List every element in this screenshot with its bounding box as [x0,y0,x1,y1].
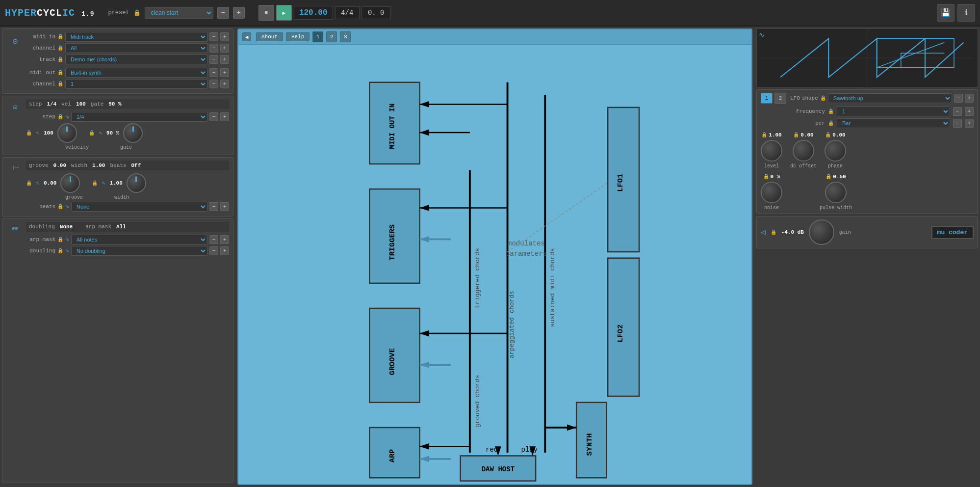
bpm-display[interactable]: 120.00 [294,6,333,20]
phase-knob[interactable] [825,140,846,162]
preset-dropdown[interactable]: clean start [145,7,213,19]
arp-mask-dropdown[interactable]: All notes [71,235,207,244]
pulse-width-lock[interactable]: 🔒 [825,174,831,180]
level-lock[interactable]: 🔒 [761,132,767,138]
lfo-freq-decrement[interactable]: − [953,107,962,116]
stop-button[interactable]: ■ [258,5,274,21]
lfo-per-increment[interactable]: + [965,119,974,128]
lfo-shape-decrement[interactable]: − [954,94,963,103]
midi-in-channel-decrement[interactable]: − [209,44,218,53]
midi-in-decrement[interactable]: − [209,32,218,41]
noise-lock[interactable]: 🔒 [763,174,769,180]
doubling-mod-icon[interactable]: ∿ [65,248,69,254]
vel-lock[interactable]: 🔒 [26,130,32,136]
arp-mask-increment[interactable]: + [220,235,229,244]
doubling-lock[interactable]: 🔒 [57,248,63,254]
midi-in-track-decrement[interactable]: − [209,55,218,64]
preset-increment-button[interactable]: + [233,7,245,19]
step-mod-icon[interactable]: ∿ [65,114,69,120]
midi-out-channel-lock[interactable]: 🔒 [57,81,63,87]
midi-in-increment[interactable]: + [220,32,229,41]
groove-mod-icon[interactable]: ∿ [36,180,40,186]
lfo-tab-1[interactable]: 1 [761,93,773,104]
midi-out-channel-label: channel [26,81,55,87]
info-button[interactable]: ℹ [957,4,975,22]
dc-offset-lock[interactable]: 🔒 [793,132,799,138]
groove-knob[interactable] [60,173,80,193]
midi-in-lock[interactable]: 🔒 [57,34,63,40]
midi-out-increment[interactable]: + [220,68,229,77]
step-row: step 🔒 ∿ 1/4 − + [26,112,229,122]
lfo-knob-row-2: 🔒 0 % noise 🔒 0.50 pulse width [761,174,974,211]
help-button[interactable]: Help [286,32,309,41]
arp-mask-decrement[interactable]: − [209,235,218,244]
doubling-dropdown[interactable]: No doubling [71,246,207,256]
beats-mod-icon[interactable]: ∿ [65,204,69,210]
midi-in-source-dropdown[interactable]: Midi track [65,32,207,42]
gate-knob[interactable] [123,123,143,143]
arp-mask-lock[interactable]: 🔒 [57,237,63,243]
arp-mask-info-value: All [116,224,126,230]
width-mod-icon[interactable]: ∿ [102,180,105,186]
doubling-increment[interactable]: + [220,246,229,255]
vel-mod-icon[interactable]: ∿ [36,130,40,136]
dc-offset-knob[interactable] [793,140,814,162]
svg-text:grooved chords: grooved chords [474,375,481,428]
midi-out-channel-dropdown[interactable]: 1 [65,79,207,89]
play-button[interactable]: ▶ [276,5,292,21]
page3-button[interactable]: 3 [340,31,351,42]
step-value-dropdown[interactable]: 1/4 [71,112,207,122]
noise-knob[interactable] [761,182,782,203]
midi-out-decrement[interactable]: − [209,68,218,77]
arp-mask-mod-icon[interactable]: ∿ [65,237,69,243]
lfo-freq-increment[interactable]: + [965,107,974,116]
lfo-per-dropdown[interactable]: Bar [837,118,950,128]
lfo-per-decrement[interactable]: − [953,119,962,128]
groove-lock[interactable]: 🔒 [26,180,32,186]
midi-in-track-lock[interactable]: 🔒 [57,56,63,62]
step-lock[interactable]: 🔒 [57,114,63,120]
lfo-shape-dropdown[interactable]: Sawtooth up [828,93,952,103]
beats-dropdown[interactable]: None [71,202,207,212]
lfo-shape-lock[interactable]: 🔒 [820,95,826,101]
doubling-decrement[interactable]: − [209,246,218,255]
lfo-tab-2[interactable]: 2 [774,93,786,104]
midi-in-track-increment[interactable]: + [220,55,229,64]
beats-increment[interactable]: + [220,202,229,211]
lfo-shape-increment[interactable]: + [965,94,974,103]
pulse-width-knob[interactable] [825,182,847,203]
midi-in-track-dropdown[interactable]: Demo me! (chords) [65,54,207,64]
lfo-per-lock[interactable]: 🔒 [828,120,834,126]
phase-lock[interactable]: 🔒 [825,132,831,138]
width-knob[interactable] [127,173,146,193]
velocity-knob[interactable] [57,123,77,143]
preset-decrement-button[interactable]: − [217,7,229,19]
midi-in-channel-lock[interactable]: 🔒 [57,45,63,51]
beats-decrement[interactable]: − [209,202,218,211]
step-decrement[interactable]: − [209,112,218,121]
level-knob[interactable] [761,140,782,162]
flow-close-button[interactable]: ◀ [242,32,251,41]
gate-mod-icon[interactable]: ∿ [99,130,103,136]
midi-in-channel-dropdown[interactable]: All [65,43,207,53]
width-lock[interactable]: 🔒 [92,180,98,186]
page1-button[interactable]: 1 [312,31,323,42]
midi-out-source-dropdown[interactable]: Built-in synth [65,68,207,78]
gain-knob[interactable] [809,219,834,245]
page2-button[interactable]: 2 [326,31,337,42]
preset-lock-icon[interactable]: 🔒 [133,9,141,17]
midi-out-channel-increment[interactable]: + [220,80,229,88]
lfo-frequency-dropdown[interactable]: 1 [837,107,950,116]
gain-lock[interactable]: 🔒 [771,229,776,235]
save-button[interactable]: 💾 [937,4,954,22]
beats-lock[interactable]: 🔒 [57,204,63,210]
midi-out-channel-decrement[interactable]: − [209,80,218,88]
lfo-frequency-row: frequency 🔒 1 − + [761,107,974,116]
midi-in-channel-increment[interactable]: + [220,44,229,53]
preset-label: preset [108,9,129,16]
about-button[interactable]: About [256,32,283,41]
lfo-freq-lock[interactable]: 🔒 [828,108,834,114]
midi-out-lock[interactable]: 🔒 [57,70,63,76]
gate-lock[interactable]: 🔒 [89,130,95,136]
step-increment[interactable]: + [220,112,229,121]
